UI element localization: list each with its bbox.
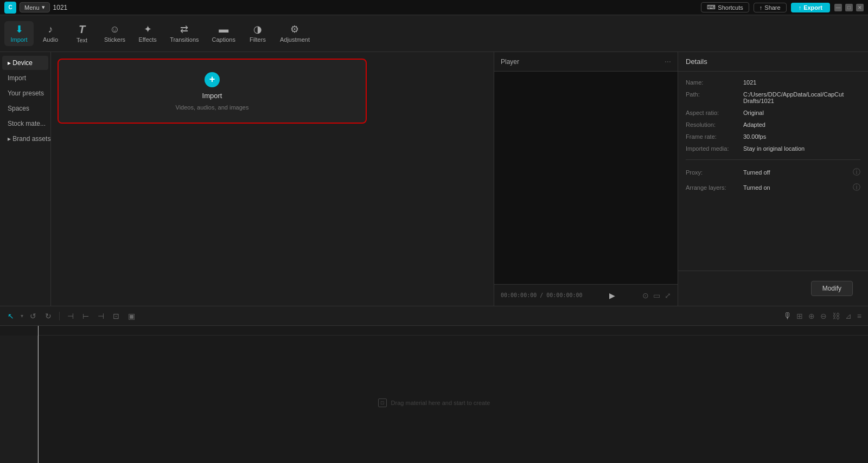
undo-button[interactable]: ↺ — [28, 311, 39, 321]
snapshot-icon[interactable]: ⊙ — [642, 291, 649, 300]
timeline-right-tools: 🎙 ⊞ ⊕ ⊖ ⛓ ⊿ ≡ — [783, 311, 863, 321]
timeline-settings-button[interactable]: ≡ — [856, 311, 863, 321]
project-name: 1021 — [53, 4, 68, 11]
close-button[interactable]: ✕ — [856, 4, 864, 11]
zoom-in-button[interactable]: ⊕ — [807, 311, 816, 321]
merge-button[interactable]: ▣ — [126, 311, 137, 321]
crop-icon[interactable]: ▭ — [653, 291, 660, 300]
modify-bar: Modify — [678, 271, 868, 306]
zoom-out-button[interactable]: ⊖ — [819, 311, 828, 321]
player-title: Player — [501, 58, 519, 66]
delete-segment-button[interactable]: ⊡ — [111, 311, 122, 321]
share-label: Share — [764, 4, 780, 11]
drag-material-icon: ⊡ — [378, 398, 387, 407]
menu-button[interactable]: Menu ▾ — [20, 2, 50, 12]
time-total: 00:00:00:00 — [546, 292, 582, 298]
detail-aspect-label: Aspect ratio: — [686, 110, 740, 116]
media-area: + Import Videos, audios, and images — [51, 52, 494, 306]
tool-effects-label: Effects — [138, 36, 156, 43]
sidebar-item-spaces[interactable]: Spaces — [2, 101, 48, 115]
detail-resolution-label: Resolution: — [686, 121, 740, 128]
import-zone-label: Import — [202, 92, 222, 100]
audio-icon: ♪ — [48, 24, 53, 34]
detail-path-row: Path: C:/Users/DDC/AppData/Local/CapCut … — [686, 91, 860, 104]
timeline-track-headers — [0, 336, 38, 463]
left-panel: ▸ Device Import Your presets Spaces Stoc… — [0, 52, 51, 306]
tool-stickers[interactable]: ☺ Stickers — [99, 21, 131, 46]
shortcuts-label: Shortcuts — [718, 4, 743, 11]
tool-filters[interactable]: ◑ Filters — [243, 21, 272, 46]
import-plus-icon: + — [205, 72, 220, 87]
detail-resolution-row: Resolution: Adapted — [686, 121, 860, 128]
sidebar-item-presets[interactable]: Your presets — [2, 86, 48, 100]
trim-left-button[interactable]: ⊢ — [80, 311, 91, 321]
export-icon: ↑ — [799, 4, 802, 11]
player-menu-icon[interactable]: ⋯ — [665, 58, 671, 66]
tool-text[interactable]: T Text — [67, 21, 97, 47]
details-body: Name: 1021 Path: C:/Users/DDC/AppData/Lo… — [678, 72, 868, 271]
effects-icon: ✦ — [144, 24, 152, 34]
redo-button[interactable]: ↻ — [43, 311, 54, 321]
detail-resolution-value: Adapted — [743, 121, 860, 128]
sidebar-item-device[interactable]: ▸ Device — [2, 56, 48, 70]
timeline-toolbar: ↖ ▾ ↺ ↻ ⊣ ⊢ ⊣ ⊡ ▣ 🎙 ⊞ ⊕ ⊖ ⛓ ⊿ ≡ — [0, 306, 868, 326]
proxy-info-icon[interactable]: ⓘ — [853, 168, 860, 177]
text-icon: T — [79, 24, 85, 35]
select-tool-button[interactable]: ↖ — [5, 311, 16, 321]
tool-captions[interactable]: ▬ Captions — [207, 21, 241, 46]
detail-path-value: C:/Users/DDC/AppData/Local/CapCut Drafts… — [743, 91, 860, 104]
tool-adjustment[interactable]: ⚙ Adjustment — [275, 21, 315, 46]
magnet-button[interactable]: ⊿ — [844, 311, 853, 321]
detail-framerate-value: 30.00fps — [743, 133, 860, 140]
device-arrow-icon: ▸ — [8, 59, 12, 67]
detail-proxy-row: Proxy: Turned off ⓘ — [686, 168, 860, 177]
details-header: Details — [678, 52, 868, 72]
tool-audio[interactable]: ♪ Audio — [36, 21, 65, 46]
microphone-button[interactable]: 🎙 — [783, 311, 792, 321]
play-button[interactable]: ▶ — [607, 289, 617, 302]
maximize-button[interactable]: □ — [845, 4, 853, 11]
sidebar-item-import[interactable]: Import — [2, 71, 48, 85]
arrange-info-icon[interactable]: ⓘ — [853, 183, 860, 192]
link-button[interactable]: ⛓ — [831, 311, 841, 321]
top-bar: C Menu ▾ 1021 ⌨ Shortcuts ↑ Share ↑ Expo… — [0, 0, 868, 15]
shortcuts-button[interactable]: ⌨ Shortcuts — [701, 2, 749, 12]
detail-name-label: Name: — [686, 79, 740, 86]
adjustment-icon: ⚙ — [290, 24, 299, 34]
details-divider — [686, 159, 860, 160]
modify-button[interactable]: Modify — [811, 281, 853, 296]
menu-chevron-icon: ▾ — [42, 4, 45, 11]
plus-symbol: + — [209, 74, 215, 85]
detail-imported-media-row: Imported media: Stay in original locatio… — [686, 145, 860, 152]
detail-framerate-label: Frame rate: — [686, 133, 740, 140]
detail-name-row: Name: 1021 — [686, 79, 860, 86]
detail-aspect-value: Original — [743, 110, 860, 116]
player-time: 00:00:00:00 / 00:00:00:00 — [501, 292, 583, 298]
trim-right-button[interactable]: ⊣ — [95, 311, 106, 321]
split-button[interactable]: ⊣ — [65, 311, 76, 321]
toolbar: ⬇ Import ♪ Audio T Text ☺ Stickers ✦ Eff… — [0, 15, 868, 52]
split-audio-button[interactable]: ⊞ — [795, 311, 804, 321]
media-panel: + Import Videos, audios, and images — [51, 52, 494, 306]
timeline: ↖ ▾ ↺ ↻ ⊣ ⊢ ⊣ ⊡ ▣ 🎙 ⊞ ⊕ ⊖ ⛓ ⊿ ≡ ⊡ Drag m… — [0, 306, 868, 463]
sidebar-item-stock[interactable]: Stock mate... — [2, 117, 48, 131]
player-ctrl-icons: ⊙ ▭ ⤢ — [642, 291, 671, 300]
sidebar-item-brand-assets[interactable]: ▸ Brand assets — [2, 132, 48, 146]
tool-stickers-label: Stickers — [104, 36, 125, 43]
detail-path-label: Path: — [686, 91, 740, 98]
tool-effects[interactable]: ✦ Effects — [133, 21, 162, 46]
capcut-logo: C — [4, 2, 16, 14]
export-button[interactable]: ↑ Export — [791, 3, 830, 12]
tool-transitions[interactable]: ⇄ Transitions — [164, 21, 204, 46]
device-label: Device — [12, 59, 33, 67]
tool-filters-label: Filters — [250, 36, 266, 43]
tool-import[interactable]: ⬇ Import — [4, 21, 34, 46]
stock-label: Stock mate... — [8, 120, 46, 127]
share-button[interactable]: ↑ Share — [754, 3, 787, 12]
import-drop-zone[interactable]: + Import Videos, audios, and images — [58, 59, 367, 124]
fullscreen-icon[interactable]: ⤢ — [665, 291, 671, 300]
minimize-button[interactable]: — — [834, 4, 842, 11]
timeline-drag-hint: ⊡ Drag material here and start to create — [378, 398, 490, 407]
share-icon: ↑ — [760, 4, 763, 11]
tool-text-label: Text — [76, 37, 87, 43]
